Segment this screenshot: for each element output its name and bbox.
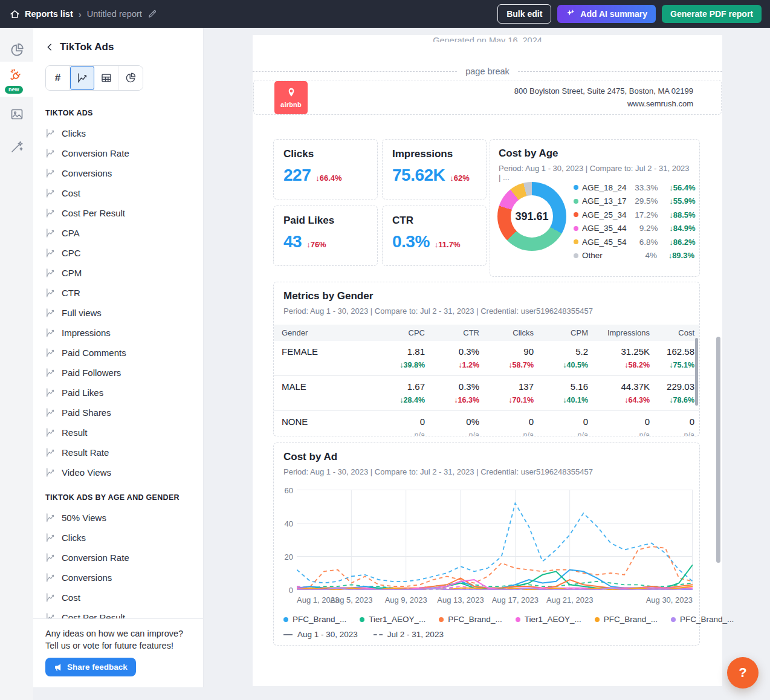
widget-type-table[interactable]: [94, 66, 118, 90]
sidebar-item-result[interactable]: Result: [45, 423, 191, 442]
sidebar-item-label: Paid Comments: [62, 348, 126, 358]
reports-list-link[interactable]: Reports list: [10, 9, 73, 19]
y-axis-label: 60: [276, 486, 293, 495]
metric-value: 43: [283, 232, 302, 251]
metric-cell: 0n/a: [594, 416, 656, 436]
sidebar-item-ctr[interactable]: CTR: [45, 283, 191, 303]
sidebar-item-label: Conversion Rate: [62, 148, 129, 158]
rail-images-item[interactable]: [0, 97, 33, 132]
rename-pencil-icon[interactable]: [147, 9, 157, 19]
line-chart-icon: [45, 592, 56, 603]
chart-plot: [297, 490, 693, 590]
sidebar-item-cpc[interactable]: CPC: [45, 243, 191, 263]
cell-change: n/a: [431, 431, 479, 436]
bulk-edit-button[interactable]: Bulk edit: [497, 4, 551, 24]
period-label: Jul 2 - 31, 2023: [387, 630, 444, 639]
sidebar-item-result-rate[interactable]: Result Rate: [45, 442, 191, 462]
cost-by-ad-widget[interactable]: Cost by Ad Period: Aug 1 - 30, 2023 | Co…: [273, 442, 700, 646]
series-legend-item[interactable]: PFC_Brand_...: [671, 615, 734, 624]
sidebar-item-cost[interactable]: Cost: [45, 588, 191, 608]
sidebar-item-cost-per-result[interactable]: Cost Per Result: [45, 608, 191, 618]
age-share: 9.2%: [627, 224, 658, 233]
series-legend-item[interactable]: PFC_Brand_...: [595, 615, 658, 624]
sidebar-item-conversion-rate[interactable]: Conversion Rate: [45, 548, 191, 568]
sidebar-item-label: 50% Views: [62, 513, 106, 523]
sidebar-item-clicks[interactable]: Clicks: [45, 123, 191, 143]
metric-cell: 5.16↓40.1%: [540, 381, 594, 404]
x-axis-label: Aug 13, 2023: [437, 595, 484, 604]
age-change: ↓84.9%: [658, 224, 696, 233]
sidebar-item-cpm[interactable]: CPM: [45, 263, 191, 283]
gender-cell: FEMALE: [274, 346, 377, 369]
gender-table-header: GenderCPCCTRClicksCPMImpressionsCost: [274, 325, 699, 341]
widget-type-line-chart[interactable]: [70, 66, 94, 90]
report-canvas: Generated on May 16, 2024 page break air…: [253, 35, 722, 686]
metric-cell: 0.3%↓1.2%: [431, 346, 485, 369]
sidebar-item-conversions[interactable]: Conversions: [45, 163, 191, 183]
sidebar-item-clicks[interactable]: Clicks: [45, 528, 191, 548]
feedback-block: Any ideas on how we can improve? Tell us…: [33, 618, 203, 687]
sidebar-item-cpa[interactable]: CPA: [45, 223, 191, 243]
sidebar-item-paid-comments[interactable]: Paid Comments: [45, 343, 191, 363]
sidebar-item-paid-shares[interactable]: Paid Shares: [45, 403, 191, 423]
series-legend-item[interactable]: Tier1_AEOY_...: [360, 615, 425, 624]
series-legend-item[interactable]: PFC_Brand_...: [283, 615, 346, 624]
cell-value: 0: [656, 416, 694, 427]
metric-card-impressions[interactable]: Impressions75.62K↓62%: [382, 139, 487, 199]
sidebar-item-conversions[interactable]: Conversions: [45, 568, 191, 588]
dashed-line-icon: [374, 634, 383, 635]
metric-cell: 1.67↓28.4%: [377, 381, 431, 404]
sidebar-item-cost-per-result[interactable]: Cost Per Result: [45, 203, 191, 223]
metric-card-ctr[interactable]: CTR0.3%↓11.7%: [382, 206, 487, 266]
sidebar-item-full-views[interactable]: Full views: [45, 303, 191, 323]
share-feedback-button[interactable]: Share feedback: [45, 658, 136, 676]
rail-ai-tools-item[interactable]: [0, 129, 33, 164]
age-label: Other: [582, 251, 626, 260]
cost-by-age-period: Period: Aug 1 - 30, 2023 | Compare to: J…: [499, 164, 691, 182]
x-axis-label: Aug 30, 2023: [646, 595, 693, 604]
sidebar-item-cost[interactable]: Cost: [45, 183, 191, 203]
legend-dot-icon: [360, 617, 364, 622]
metric-card-paid-likes[interactable]: Paid Likes43↓76%: [273, 206, 378, 266]
gender-cell: NONE: [274, 416, 377, 436]
cell-change: ↓40.1%: [540, 396, 588, 404]
sidebar-item-paid-likes[interactable]: Paid Likes: [45, 383, 191, 403]
header-address: 800 Boylston Street, Suite 2475, Boston,…: [514, 85, 693, 97]
age-share: 17.2%: [627, 210, 658, 219]
sidebar-item-50-views[interactable]: 50% Views: [45, 508, 191, 528]
gender-table-scrollbar[interactable]: [695, 338, 698, 406]
series-legend-item[interactable]: PFC_Brand_...: [439, 615, 502, 624]
sidebar-item-label: Clicks: [62, 128, 86, 138]
legend-dot-icon: [439, 617, 444, 622]
widget-type-number[interactable]: #: [46, 66, 70, 90]
help-button[interactable]: ?: [727, 657, 759, 689]
gender-column-header: CTR: [431, 328, 485, 337]
widget-sidebar: TikTok Ads # TIKTOK ADSClicksConversion …: [33, 28, 204, 687]
line-chart-icon: [45, 513, 56, 523]
report-header-widget[interactable]: airbnb 800 Boylston Street, Suite 2475, …: [253, 80, 722, 115]
line-chart-icon: [45, 447, 56, 458]
pie-chart-icon: [125, 72, 137, 84]
line-chart-icon: [45, 248, 56, 258]
rail-integrations-item[interactable]: new: [0, 62, 33, 97]
cost-by-ad-period: Period: Aug 1 - 30, 2023 | Compare to: J…: [274, 467, 699, 476]
series-name: PFC_Brand_...: [293, 615, 346, 624]
sidebar-item-video-views[interactable]: Video Views: [45, 462, 191, 482]
line-chart-icon: [45, 612, 56, 618]
sidebar-item-label: Paid Shares: [62, 407, 111, 418]
x-axis-label: Aug 17, 2023: [492, 595, 539, 604]
cost-by-age-widget[interactable]: Cost by Age Period: Aug 1 - 30, 2023 | C…: [490, 139, 700, 277]
back-chevron-icon[interactable]: [45, 43, 54, 51]
main-scrollbar[interactable]: [716, 337, 720, 563]
series-legend-item[interactable]: Tier1_AEOY_...: [516, 615, 581, 624]
sidebar-item-paid-followers[interactable]: Paid Followers: [45, 363, 191, 383]
metric-card-clicks[interactable]: Clicks227↓66.4%: [273, 139, 378, 199]
sidebar-item-impressions[interactable]: Impressions: [45, 323, 191, 343]
sidebar-item-conversion-rate[interactable]: Conversion Rate: [45, 143, 191, 163]
sidebar-item-label: CPM: [62, 268, 82, 278]
add-ai-summary-button[interactable]: Add AI summary: [557, 5, 656, 23]
metrics-by-gender-widget[interactable]: Metrics by Gender Period: Aug 1 - 30, 20…: [273, 282, 700, 436]
age-legend-row: AGE_35_449.2%↓84.9%: [574, 222, 694, 236]
generate-pdf-button[interactable]: Generate PDF report: [662, 5, 762, 23]
pie-chart-widget-button[interactable]: [118, 66, 143, 90]
